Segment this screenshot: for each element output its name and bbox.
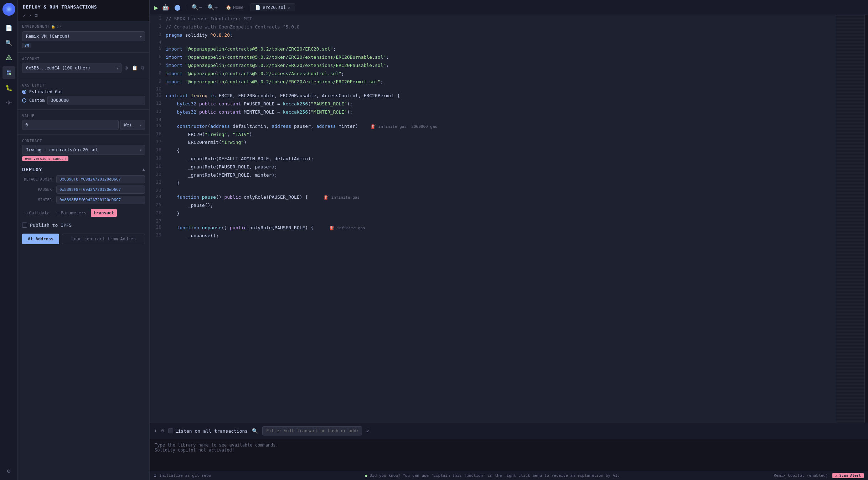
table-row: 9import "@openzeppelin/contracts@5.0.2/t… xyxy=(150,78,836,86)
parameters-tab[interactable]: ⊡ Parameters xyxy=(54,209,89,217)
line-code: _unpause(); xyxy=(166,232,836,240)
home-tab[interactable]: 🏠 Home xyxy=(222,4,248,11)
scrollbar[interactable] xyxy=(864,15,868,423)
table-row: 7import "@openzeppelin/contracts@5.0.2/t… xyxy=(150,62,836,70)
contract-select[interactable]: Irwing - contracts/erc20.sol xyxy=(22,145,145,155)
solidity-icon[interactable] xyxy=(2,51,15,64)
custom-gas-radio[interactable] xyxy=(22,98,26,103)
estimated-gas-label[interactable]: Estimated Gas xyxy=(29,89,63,94)
deploy-icon[interactable] xyxy=(2,66,15,79)
svg-point-8 xyxy=(9,73,11,75)
tip-text: ● Did you know? You can use 'Explain thi… xyxy=(214,473,771,478)
transact-button[interactable]: transact xyxy=(91,209,117,217)
minter-input[interactable] xyxy=(56,196,145,204)
publish-checkbox[interactable] xyxy=(22,223,27,228)
file-tab[interactable]: 📄 erc20.sol ✕ xyxy=(250,3,295,11)
line-number: 1 xyxy=(150,15,166,23)
filter-input[interactable] xyxy=(262,426,362,435)
terminal-line-2: Solidity copilot not activated! xyxy=(155,448,863,453)
deploy-collapse-icon[interactable]: ▲ xyxy=(142,167,145,172)
copy-plus-icon[interactable]: ⊕ xyxy=(124,64,129,71)
scam-badge[interactable]: ⚠ Scam Alert xyxy=(832,473,864,478)
line-code: _grantRole(PAUSER_ROLE, pauser); xyxy=(166,163,836,171)
account-select[interactable]: 0x5B3...eddC4 (100 ether) xyxy=(22,63,122,73)
table-row: 12 bytes32 public constant PAUSER_ROLE =… xyxy=(150,100,836,108)
value-input[interactable] xyxy=(22,120,119,130)
svg-point-2 xyxy=(8,8,10,10)
tab-close-icon[interactable]: ✕ xyxy=(288,5,290,10)
defaultadmin-row: DEFAULTADMIN: xyxy=(22,175,145,183)
git-label[interactable]: Initialize as git repo xyxy=(159,473,211,478)
run-button[interactable]: ▶ xyxy=(154,3,158,12)
debug-icon[interactable]: 🐛 xyxy=(2,81,15,94)
terminal-line-1: Type the library name to see available c… xyxy=(155,443,863,448)
sol-file-icon: 📄 xyxy=(255,5,260,10)
clear-filter-icon[interactable]: ⊘ xyxy=(366,428,369,434)
check-icon[interactable]: ✓ xyxy=(23,12,26,18)
estimated-gas-radio[interactable] xyxy=(22,90,26,94)
calldata-tab[interactable]: ⊡ Calldata xyxy=(22,209,52,217)
contract-section: CONTRACT Irwing - contracts/erc20.sol ev… xyxy=(18,136,149,164)
env-info-icon[interactable]: 🔒 xyxy=(51,25,56,28)
forward-icon[interactable]: › xyxy=(29,12,31,18)
line-number: 24 xyxy=(150,193,166,202)
account-copy-icon[interactable]: ⧉ xyxy=(140,64,145,72)
search-icon[interactable]: 🔍 xyxy=(2,36,15,49)
custom-gas-label[interactable]: Custom xyxy=(29,98,45,103)
filter-search-icon: 🔍 xyxy=(252,428,258,434)
env-help-icon[interactable]: ⓘ xyxy=(57,24,61,29)
line-number: 7 xyxy=(150,62,166,70)
minter-label: MINTER: xyxy=(22,198,54,202)
robot-icon[interactable]: 🤖 xyxy=(161,3,170,12)
line-code: ERC20Permit("Irwing") xyxy=(166,139,836,147)
line-number: 20 xyxy=(150,163,166,171)
value-unit-select[interactable]: Wei Gwei Ether xyxy=(120,120,145,130)
sidebar-icons: ✓ › ⊡ xyxy=(23,12,144,18)
environment-select[interactable]: Remix VM (Cancun) xyxy=(22,31,145,41)
line-number: 8 xyxy=(150,70,166,78)
settings-icon[interactable]: ⚙ xyxy=(2,464,15,477)
line-number: 25 xyxy=(150,202,166,210)
git-icon: ⊡ xyxy=(154,473,156,478)
minter-row: MINTER: xyxy=(22,196,145,204)
at-address-button[interactable]: At Address xyxy=(22,234,59,244)
line-code xyxy=(166,187,836,193)
collapse-bottom-icon[interactable]: ⬇ xyxy=(154,428,157,434)
custom-gas-input[interactable] xyxy=(47,96,145,105)
zoom-in-icon[interactable]: 🔍+ xyxy=(206,3,219,12)
file-explorer-icon[interactable]: 📄 xyxy=(2,21,15,34)
zoom-out-icon[interactable]: 🔍− xyxy=(191,3,203,12)
listen-checkbox[interactable] xyxy=(168,428,173,433)
pauser-input[interactable] xyxy=(56,186,145,194)
status-right: Remix Copilot (enabled) ⚠ Scam Alert xyxy=(774,473,864,478)
line-number: 28 xyxy=(150,224,166,232)
table-row: 18 { xyxy=(150,147,836,155)
table-row: 3pragma solidity ^0.8.20; xyxy=(150,31,836,40)
line-code: // Compatible with OpenZeppelin Contract… xyxy=(166,23,836,31)
table-row: 27 xyxy=(150,218,836,224)
table-row: 26 } xyxy=(150,210,836,218)
environment-label: ENVIRONMENT 🔒 ⓘ xyxy=(22,24,145,29)
line-number: 23 xyxy=(150,187,166,193)
defaultadmin-input[interactable] xyxy=(56,175,145,183)
copy-icon[interactable]: 📋 xyxy=(131,64,138,71)
expand-icon[interactable]: ⊡ xyxy=(35,12,37,18)
line-code: // SPDX-License-Identifier: MIT xyxy=(166,15,836,23)
calldata-icon: ⊡ xyxy=(25,210,27,215)
line-code: function unpause() public onlyRole(PAUSE… xyxy=(166,224,836,232)
home-icon: 🏠 xyxy=(226,5,231,10)
account-label: ACCOUNT xyxy=(22,57,145,61)
table-row: 5import "@openzeppelin/contracts@5.0.2/t… xyxy=(150,45,836,53)
line-number: 10 xyxy=(150,86,166,92)
line-number: 4 xyxy=(150,39,166,45)
bottom-bar: ⬇ 0 Listen on all transactions 🔍 ⊘ xyxy=(150,423,868,439)
evm-badge: evm version: cancun xyxy=(22,156,68,161)
line-number: 9 xyxy=(150,78,166,86)
table-row: 1// SPDX-License-Identifier: MIT xyxy=(150,15,836,23)
toggle-icon[interactable]: ⬤ xyxy=(173,3,182,12)
plugin-icon[interactable] xyxy=(2,96,15,109)
load-contract-button[interactable]: Load contract from Addres xyxy=(62,234,145,244)
gas-limit-label: GAS LIMIT xyxy=(22,83,145,87)
code-area[interactable]: 1// SPDX-License-Identifier: MIT2// Comp… xyxy=(150,15,836,423)
account-select-wrapper: 0x5B3...eddC4 (100 ether) xyxy=(22,63,122,73)
